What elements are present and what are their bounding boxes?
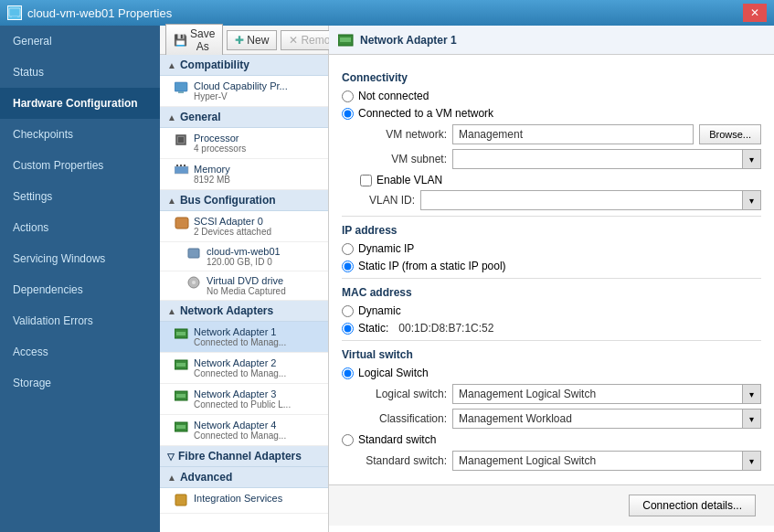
tree-item-scsi[interactable]: SCSI Adapter 0 2 Devices attached [160,211,328,242]
sidebar-item-actions[interactable]: Actions [0,212,160,243]
dynamic-mac-label[interactable]: Dynamic [342,304,401,317]
tree-section-general[interactable]: ▲ General [160,107,328,128]
collapse-icon-bus: ▲ [167,196,176,206]
processor-icon [175,133,189,148]
dynamic-ip-row: Dynamic IP [342,242,761,255]
new-button[interactable]: ✚ New [227,30,277,50]
static-mac-row: Static: 00:1D:D8:B7:1C:52 [342,322,761,335]
static-mac-radio[interactable] [342,323,354,335]
collapse-icon-fibre: ▽ [167,452,175,462]
sidebar-item-checkpoints[interactable]: Checkpoints [0,119,160,150]
sidebar-item-validation-errors[interactable]: Validation Errors [0,305,160,336]
tree-section-compatibility[interactable]: ▲ Compatibility [160,55,328,76]
app-icon [7,5,22,20]
vlan-id-arrow[interactable]: ▾ [742,191,760,209]
panel-header: Network Adapter 1 [329,26,774,55]
vlan-id-select[interactable]: ▾ [420,190,761,210]
classification-arrow[interactable]: ▾ [742,410,760,428]
sidebar-item-access[interactable]: Access [0,336,160,367]
standard-switch-arrow[interactable]: ▾ [742,452,760,470]
not-connected-row: Not connected [342,90,761,102]
tree-item-nic3[interactable]: Network Adapter 3 Connected to Public L.… [160,384,328,415]
standard-switch-label[interactable]: Standard switch [342,433,436,446]
vm-network-label: VM network: [360,128,447,141]
static-ip-radio[interactable] [342,261,354,272]
sidebar-item-general[interactable]: General [0,26,160,57]
tree-item-nic2[interactable]: Network Adapter 2 Connected to Manag... [160,353,328,384]
dynamic-ip-radio[interactable] [342,243,354,255]
standard-switch-radio[interactable] [342,434,354,446]
svg-rect-21 [176,425,186,429]
tree-item-nic1[interactable]: Network Adapter 1 Connected to Manag... [160,322,328,353]
vm-subnet-arrow[interactable]: ▾ [742,150,760,168]
classification-row: Classification: Management Workload ▾ [360,409,761,429]
logical-switch-select-label: Logical switch: [360,388,447,400]
connected-vm-network-label[interactable]: Connected to a VM network [342,107,493,120]
browse-button[interactable]: Browse... [699,124,761,144]
svg-rect-2 [175,82,187,91]
sidebar-item-servicing-windows[interactable]: Servicing Windows [0,243,160,274]
tree-item-processor[interactable]: Processor 4 processors [160,128,328,159]
tree-item-integration-services[interactable]: Integration Services [160,488,328,514]
tree-item-memory[interactable]: Memory 8192 MB [160,159,328,190]
svg-rect-7 [176,165,178,166]
logical-switch-radio[interactable] [342,367,354,379]
toolbar: 💾 Save As ✚ New ✕ Remove [160,26,328,55]
memory-icon [175,165,189,179]
collapse-icon-general: ▲ [167,112,176,122]
tree-item-cloud-capability[interactable]: Cloud Capability Pr... Hyper-V [160,76,328,107]
logical-switch-label[interactable]: Logical Switch [342,367,429,379]
tree-item-disk[interactable]: cloud-vm-web01 120.00 GB, ID 0 [160,242,328,271]
not-connected-label[interactable]: Not connected [342,90,429,102]
vm-subnet-label: VM subnet: [360,153,447,165]
tree-section-fibre[interactable]: ▽ Fibre Channel Adapters [160,446,328,467]
tree-item-nic4[interactable]: Network Adapter 4 Connected to Manag... [160,415,328,446]
logical-switch-select[interactable]: Management Logical Switch ▾ [452,384,761,404]
sidebar-item-hardware-configuration[interactable]: Hardware Configuration [0,88,160,119]
close-button[interactable]: ✕ [743,4,767,22]
static-mac-label[interactable]: Static: 00:1D:D8:B7:1C:52 [342,322,493,335]
vm-network-row: VM network: Management Browse... [360,124,761,144]
svg-rect-19 [176,394,186,398]
standard-switch-select[interactable]: Management Logical Switch ▾ [452,451,761,471]
classification-select[interactable]: Management Workload ▾ [452,409,761,429]
right-panel: Network Adapter 1 Connectivity Not conne… [329,26,774,532]
enable-vlan-checkbox[interactable] [360,175,372,186]
tree-section-bus[interactable]: ▲ Bus Configuration [160,190,328,211]
not-connected-radio[interactable] [342,90,354,102]
logical-switch-row: Logical Switch [342,367,761,379]
logical-switch-select-row: Logical switch: Management Logical Switc… [360,384,761,404]
dynamic-ip-label[interactable]: Dynamic IP [342,242,414,255]
tree-item-dvd[interactable]: Virtual DVD drive No Media Captured [160,271,328,301]
connected-vm-network-radio[interactable] [342,108,354,120]
window-controls: ✕ [743,4,767,22]
standard-switch-select-row: Standard switch: Management Logical Swit… [360,451,761,471]
vm-network-value: Management [452,124,694,144]
connection-details-button[interactable]: Connection details... [629,495,756,516]
sidebar-item-storage[interactable]: Storage [0,367,160,399]
svg-rect-10 [175,218,188,229]
save-icon: 💾 [174,34,187,47]
disk-icon [187,247,202,261]
vlan-id-label: VLAN ID: [360,194,415,207]
integration-icon [175,494,189,508]
tree-section-network-adapters[interactable]: ▲ Network Adapters [160,301,328,322]
logical-switch-arrow[interactable]: ▾ [742,385,760,403]
svg-rect-6 [175,166,188,174]
sidebar-item-dependencies[interactable]: Dependencies [0,274,160,305]
dynamic-mac-radio[interactable] [342,305,354,317]
scsi-icon [175,217,189,231]
dvd-icon [187,276,202,291]
sidebar-item-status[interactable]: Status [0,57,160,88]
save-as-button[interactable]: 💾 Save As [165,24,223,57]
svg-rect-1 [12,16,17,18]
static-ip-label[interactable]: Static IP (from a static IP pool) [342,260,506,272]
connectivity-section: Connectivity [342,71,761,84]
vm-subnet-row: VM subnet: ▾ [360,149,761,169]
nic-panel-icon [338,34,355,47]
sidebar-item-settings[interactable]: Settings [0,181,160,212]
sidebar-item-custom-properties[interactable]: Custom Properties [0,150,160,181]
vm-subnet-select[interactable]: ▾ [452,149,761,169]
tree-section-advanced[interactable]: ▲ Advanced [160,467,328,488]
svg-rect-0 [9,8,20,16]
